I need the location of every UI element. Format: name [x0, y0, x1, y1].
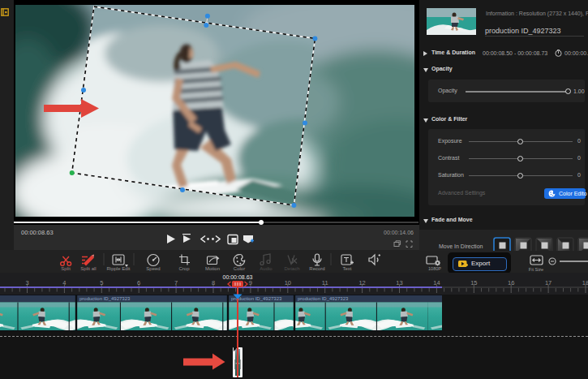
svg-text:8: 8	[212, 279, 215, 286]
svg-text:7: 7	[174, 279, 178, 286]
svg-text:production ID_4927323: production ID_4927323	[298, 296, 349, 301]
svg-text:16: 16	[508, 279, 514, 286]
svg-text:18: 18	[582, 279, 588, 286]
svg-text:15: 15	[470, 279, 477, 286]
svg-text:00:00:08.63: 00:00:08.63	[223, 274, 253, 280]
svg-text:5: 5	[100, 279, 103, 286]
svg-text:12: 12	[358, 279, 365, 286]
svg-text:17: 17	[545, 279, 552, 286]
svg-text:3: 3	[25, 279, 28, 286]
svg-text:4: 4	[62, 279, 66, 286]
svg-text:6: 6	[137, 279, 140, 286]
svg-text:13: 13	[396, 279, 402, 286]
svg-text:10: 10	[285, 279, 291, 286]
svg-text:9: 9	[249, 279, 252, 286]
svg-text:production ID_4927323: production ID_4927323	[79, 296, 131, 301]
svg-text:11: 11	[322, 279, 328, 286]
svg-text:14: 14	[433, 279, 440, 286]
